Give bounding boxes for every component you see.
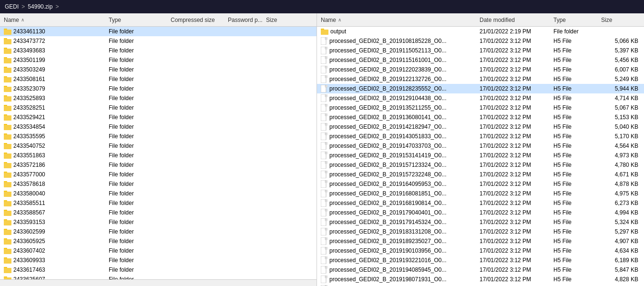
table-row[interactable]: 2433503249 File folder	[0, 65, 317, 74]
left-header-name[interactable]: Name ∧	[2, 17, 107, 23]
table-row[interactable]: processed_GEDI02_B_2019190103956_O0... 1…	[317, 246, 644, 255]
table-row[interactable]: 2433493683 File folder	[0, 46, 317, 55]
file-name: processed_GEDI02_B_2019122023839_O0...	[329, 66, 447, 73]
table-row[interactable]: processed_GEDI02_B_2019194085945_O0... 1…	[317, 265, 644, 275]
table-row[interactable]: 2433577000 File folder	[0, 170, 317, 179]
table-row[interactable]: processed_GEDI02_B_2019183131208_O0... 1…	[317, 227, 644, 236]
breadcrumb-item-zip[interactable]: 54990.zip	[28, 3, 52, 10]
table-row[interactable]: 2433508161 File folder	[0, 74, 317, 84]
table-row[interactable]: processed_GEDI02_B_2019198071931_O0... 1…	[317, 275, 644, 284]
file-size: 5,456 KB	[599, 57, 642, 63]
svg-rect-29	[4, 115, 11, 121]
file-type: File folder	[107, 162, 169, 168]
svg-rect-71	[4, 249, 11, 254]
left-pane: Name ∧ Type Compressed size Password p..…	[0, 13, 317, 286]
svg-rect-74	[4, 258, 11, 264]
table-row[interactable]: processed_GEDI02_B_2019168190814_O0... 1…	[317, 198, 644, 208]
table-row[interactable]: 2433617463 File folder	[0, 265, 317, 275]
file-name: processed_GEDI02_B_2019190103956_O0...	[329, 247, 447, 254]
left-header-compressed[interactable]: Compressed size	[169, 17, 226, 23]
right-header-size[interactable]: Size	[599, 17, 642, 23]
table-row[interactable]: processed_GEDI02_B_2019128235552_O0... 1…	[317, 84, 644, 93]
folder-icon	[4, 171, 11, 178]
table-row[interactable]: 2433625607 File folder	[0, 275, 317, 279]
table-row[interactable]: output 21/01/2022 2:19 PM File folder	[317, 27, 644, 36]
table-row[interactable]: processed_GEDI02_B_2019179040401_O0... 1…	[317, 208, 644, 217]
table-row[interactable]: 2433609933 File folder	[0, 255, 317, 265]
right-file-list[interactable]: output 21/01/2022 2:19 PM File folder pr…	[317, 27, 644, 286]
table-row[interactable]: processed_GEDI02_B_2019122132726_O0... 1…	[317, 74, 644, 84]
file-name: 2433540752	[13, 143, 45, 149]
table-row[interactable]: 2433602599 File folder	[0, 227, 317, 236]
table-row[interactable]: processed_GEDI02_B_2019189235027_O0... 1…	[317, 236, 644, 246]
table-row[interactable]: processed_GEDI02_B_2019115052113_O0... 1…	[317, 46, 644, 55]
table-row[interactable]: 2433501199 File folder	[0, 55, 317, 65]
table-row[interactable]: 2433528251 File folder	[0, 103, 317, 112]
table-row[interactable]: 2433534854 File folder	[0, 122, 317, 132]
left-file-list[interactable]: 2433461130 File folder 2433473772 File f…	[0, 27, 317, 279]
svg-rect-65	[4, 230, 11, 235]
svg-rect-32	[4, 125, 11, 130]
table-row[interactable]: 2433580040 File folder	[0, 189, 317, 198]
file-name: 2433528251	[13, 104, 45, 111]
breadcrumb-item-gedi[interactable]: GEDI	[5, 3, 19, 10]
file-icon	[321, 237, 327, 245]
table-row[interactable]: 2433535595 File folder	[0, 132, 317, 141]
right-header-name[interactable]: Name ∧	[319, 17, 478, 23]
table-row[interactable]: 2433551863 File folder	[0, 151, 317, 160]
table-row[interactable]: processed_GEDI02_B_2019204175747_O0... 1…	[317, 284, 644, 286]
file-size: 4,907 KB	[599, 238, 642, 245]
table-row[interactable]: processed_GEDI02_B_2019168081851_O0... 1…	[317, 189, 644, 198]
table-row[interactable]: processed_GEDI02_B_2019136080141_O0... 1…	[317, 112, 644, 122]
table-row[interactable]: 2433585511 File folder	[0, 198, 317, 208]
file-type: H5 File	[552, 228, 599, 235]
table-row[interactable]: processed_GEDI02_B_2019143051833_O0... 1…	[317, 132, 644, 141]
table-row[interactable]: processed_GEDI02_B_2019147033703_O0... 1…	[317, 141, 644, 151]
table-row[interactable]: 2433578618 File folder	[0, 179, 317, 189]
table-row[interactable]: 2433605925 File folder	[0, 236, 317, 246]
table-row[interactable]: processed_GEDI02_B_2019179145324_O0... 1…	[317, 217, 644, 227]
table-row[interactable]: 2433525893 File folder	[0, 93, 317, 103]
file-size: 6,273 KB	[599, 200, 642, 206]
left-header-size[interactable]: Size	[264, 17, 315, 23]
file-size: 5,040 KB	[599, 123, 642, 130]
table-row[interactable]: 2433523079 File folder	[0, 84, 317, 93]
table-row[interactable]: processed_GEDI02_B_2019164095953_O0... 1…	[317, 179, 644, 189]
file-date: 17/01/2022 3:12 PM	[478, 171, 552, 178]
table-row[interactable]: 2433529421 File folder	[0, 112, 317, 122]
file-name: 2433588567	[13, 209, 45, 216]
file-type: File folder	[107, 200, 169, 206]
file-name: processed_GEDI02_B_2019168190814_O0...	[329, 200, 447, 206]
file-type: H5 File	[552, 276, 599, 283]
table-row[interactable]: processed_GEDI02_B_2019129104438_O0... 1…	[317, 93, 644, 103]
table-row[interactable]: processed_GEDI02_B_2019142182947_O0... 1…	[317, 122, 644, 132]
table-row[interactable]: processed_GEDI02_B_2019157123324_O0... 1…	[317, 160, 644, 170]
table-row[interactable]: processed_GEDI02_B_2019108185228_O0... 1…	[317, 36, 644, 46]
table-row[interactable]: processed_GEDI02_B_2019115161001_O0... 1…	[317, 55, 644, 65]
table-row[interactable]: 2433540752 File folder	[0, 141, 317, 151]
file-name: processed_GEDI02_B_2019179145324_O0...	[329, 219, 447, 225]
file-type: H5 File	[552, 200, 599, 206]
right-header-date[interactable]: Date modified	[478, 17, 552, 23]
table-row[interactable]: 2433588567 File folder	[0, 208, 317, 217]
table-row[interactable]: 2433607402 File folder	[0, 246, 317, 255]
file-size: 4,714 KB	[599, 95, 642, 102]
right-header-type[interactable]: Type	[552, 17, 599, 23]
file-icon	[321, 276, 327, 283]
file-size: 4,671 KB	[599, 171, 642, 178]
table-row[interactable]: processed_GEDI02_B_2019193221016_O0... 1…	[317, 255, 644, 265]
table-row[interactable]: processed_GEDI02_B_2019157232248_O0... 1…	[317, 170, 644, 179]
table-row[interactable]: 2433593153 File folder	[0, 217, 317, 227]
left-header-password[interactable]: Password p...	[226, 17, 264, 23]
table-row[interactable]: 2433572186 File folder	[0, 160, 317, 170]
left-header-type[interactable]: Type	[107, 17, 169, 23]
file-icon	[321, 266, 327, 274]
table-row[interactable]: 2433473772 File folder	[0, 36, 317, 46]
folder-icon	[4, 209, 11, 216]
table-row[interactable]: processed_GEDI02_B_2019122023839_O0... 1…	[317, 65, 644, 74]
table-row[interactable]: processed_GEDI02_B_2019153141419_O0... 1…	[317, 151, 644, 160]
table-row[interactable]: processed_GEDI02_B_2019135211255_O0... 1…	[317, 103, 644, 112]
file-type: H5 File	[552, 247, 599, 254]
table-row[interactable]: 2433461130 File folder	[0, 27, 317, 36]
left-bottom-scrollbar[interactable]	[0, 279, 317, 286]
